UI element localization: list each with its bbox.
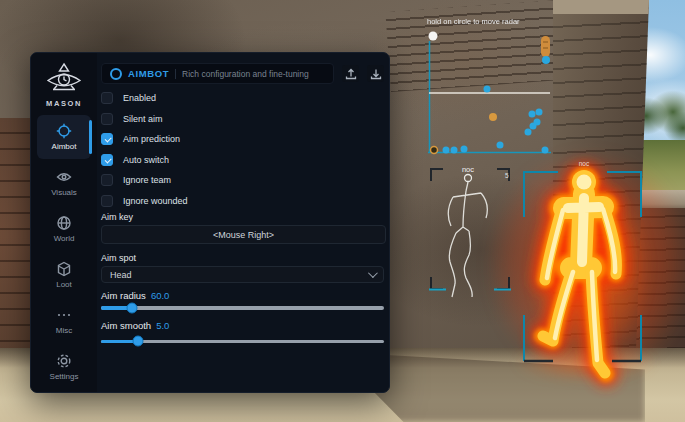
checkbox-label: Aim prediction (123, 134, 180, 144)
globe-icon (56, 215, 72, 231)
dots-icon (56, 307, 72, 323)
checkbox[interactable] (101, 154, 113, 166)
checkbox-label: Enabled (123, 93, 156, 103)
sidebar-item-label: Visuals (51, 188, 77, 197)
sidebar-item-label: Misc (56, 326, 72, 335)
checkbox-label: Auto switch (123, 155, 169, 165)
sidebar-item-settings[interactable]: Settings (37, 345, 91, 389)
checkbox[interactable] (101, 133, 113, 145)
left-brick-wall (0, 118, 34, 354)
checkbox[interactable] (101, 174, 113, 186)
sidebar-item-misc[interactable]: Misc (37, 299, 91, 343)
download-icon (370, 68, 382, 80)
page-title: AIMBOT (128, 68, 169, 79)
aim-spot-label: Aim spot (101, 253, 384, 263)
mason-eye-logo (43, 62, 85, 96)
chevron-down-icon (368, 268, 378, 278)
aim-smooth-label: Aim smooth (101, 320, 151, 331)
upload-icon (345, 68, 357, 80)
aim-spot-value: Head (110, 270, 368, 280)
nav-list: AimbotVisualsWorldLootMiscSettings (31, 114, 97, 390)
aim-key-label: Aim key (101, 212, 384, 222)
aim-spot-select[interactable]: Head (101, 266, 384, 283)
page-subtitle: Rich configuration and fine-tuning (182, 69, 309, 79)
sidebar-item-label: World (54, 234, 75, 243)
crosshair-icon (56, 123, 72, 139)
brand: MASON (43, 62, 85, 108)
sidebar-item-label: Settings (50, 372, 79, 381)
brick-courses (385, 0, 565, 92)
aim-smooth-slider[interactable] (101, 340, 384, 344)
checkbox[interactable] (101, 92, 113, 104)
aimbot-ring-icon (110, 68, 122, 80)
header-row: AIMBOT Rich configuration and fine-tunin… (101, 63, 384, 84)
checkbox[interactable] (101, 113, 113, 125)
export-config-button[interactable] (342, 65, 359, 82)
checkbox-label: Ignore wounded (123, 196, 188, 206)
menu-content: AIMBOT Rich configuration and fine-tunin… (97, 53, 389, 392)
eye-icon (56, 169, 72, 185)
checkbox-row-enabled[interactable]: Enabled (101, 90, 384, 106)
sidebar-item-label: Loot (56, 280, 72, 289)
brand-label: MASON (46, 99, 82, 108)
aim-radius-value: 60.0 (151, 290, 170, 301)
header-box: AIMBOT Rich configuration and fine-tunin… (101, 63, 334, 84)
sidebar-item-loot[interactable]: Loot (37, 253, 91, 297)
slider-thumb[interactable] (132, 336, 143, 347)
checkbox-row-aim-prediction[interactable]: Aim prediction (101, 131, 384, 147)
checkbox-label: Ignore team (123, 175, 171, 185)
import-config-button[interactable] (367, 65, 384, 82)
sidebar: MASON AimbotVisualsWorldLootMiscSettings (31, 53, 97, 392)
checkbox-label: Silent aim (123, 114, 163, 124)
aim-smooth-label-row: Aim smooth 5.0 (101, 320, 384, 331)
cheat-menu-window: MASON AimbotVisualsWorldLootMiscSettings… (30, 52, 390, 393)
checkbox[interactable] (101, 195, 113, 207)
sidebar-item-visuals[interactable]: Visuals (37, 161, 91, 205)
sidebar-item-label: Aimbot (52, 142, 77, 151)
aim-smooth-value: 5.0 (156, 320, 169, 331)
aim-key-button[interactable]: <Mouse Right> (101, 225, 386, 244)
checkbox-row-silent-aim[interactable]: Silent aim (101, 111, 384, 127)
aim-radius-label-row: Aim radius 60.0 (101, 290, 384, 301)
aim-radius-label: Aim radius (101, 290, 146, 301)
gear-icon (56, 353, 72, 369)
checkbox-row-ignore-wounded[interactable]: Ignore wounded (101, 193, 384, 209)
header-divider (175, 69, 176, 79)
sidebar-item-aimbot[interactable]: Aimbot (37, 115, 91, 159)
cube-icon (56, 261, 72, 277)
slider-thumb[interactable] (127, 302, 138, 313)
checkbox-row-auto-switch[interactable]: Auto switch (101, 152, 384, 168)
sidebar-item-world[interactable]: World (37, 207, 91, 251)
checkbox-row-ignore-team[interactable]: Ignore team (101, 172, 384, 188)
glow-reflection (495, 340, 675, 386)
aim-radius-slider[interactable] (101, 306, 384, 310)
